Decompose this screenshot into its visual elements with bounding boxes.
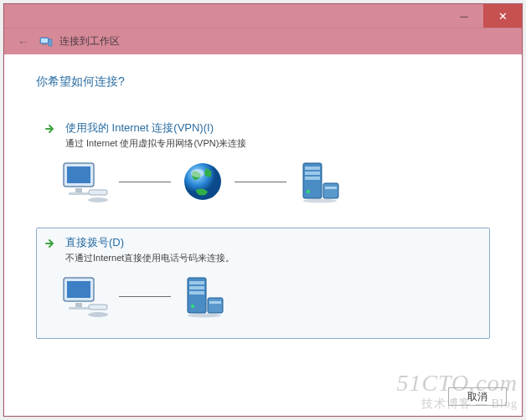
connection-line (119, 182, 171, 182)
svg-rect-2 (42, 44, 47, 45)
wizard-body: 你希望如何连接? 使用我的 Internet 连接(VPN)(I) 通过 Int… (4, 54, 522, 339)
svg-rect-18 (325, 187, 337, 189)
minimize-button[interactable]: ─ (445, 4, 483, 28)
computer-icon (59, 160, 109, 203)
globe-icon (181, 160, 224, 203)
svg-point-25 (88, 312, 108, 317)
svg-point-30 (191, 305, 194, 308)
option-vpn[interactable]: 使用我的 Internet 连接(VPN)(I) 通过 Internet 使用虚… (36, 113, 490, 224)
back-button[interactable]: ← (14, 33, 33, 51)
option-dial[interactable]: 直接拨号(D) 不通过Internet直接使用电话号码来连接。 (36, 228, 490, 339)
svg-point-16 (307, 190, 310, 193)
svg-rect-1 (41, 38, 48, 43)
option-dial-desc: 不通过Internet直接使用电话号码来连接。 (65, 252, 235, 264)
svg-rect-29 (189, 291, 204, 295)
svg-rect-6 (75, 188, 82, 192)
server-icon (181, 274, 228, 318)
svg-rect-5 (67, 166, 90, 183)
workplace-icon (39, 35, 53, 49)
window-title: 连接到工作区 (59, 34, 120, 49)
svg-rect-8 (89, 190, 107, 195)
arrow-right-icon (44, 237, 57, 250)
svg-rect-14 (305, 172, 320, 175)
option-vpn-title: 使用我的 Internet 连接(VPN)(I) (65, 120, 246, 136)
header-bar: ← 连接到工作区 (4, 28, 522, 54)
svg-rect-17 (323, 183, 338, 198)
svg-point-9 (88, 197, 108, 202)
arrow-right-icon (44, 122, 57, 136)
svg-rect-31 (208, 298, 223, 313)
svg-point-19 (303, 199, 337, 203)
cancel-button[interactable]: 取消 (448, 387, 507, 406)
titlebar: ─ ✕ (4, 4, 522, 28)
dial-diagram (44, 264, 482, 331)
svg-rect-23 (69, 307, 89, 310)
svg-rect-32 (209, 301, 221, 304)
svg-rect-24 (89, 305, 107, 310)
svg-point-11 (191, 169, 204, 177)
svg-rect-21 (67, 281, 90, 298)
svg-point-33 (188, 314, 221, 318)
svg-rect-13 (305, 166, 320, 170)
option-dial-title: 直接拨号(D) (65, 235, 235, 250)
footer: 取消 (448, 387, 507, 406)
wizard-window: ─ ✕ ← 连接到工作区 你希望如何连接? 使用我的 Internet 连接(V… (3, 3, 523, 417)
svg-rect-28 (189, 286, 204, 289)
svg-rect-22 (75, 303, 82, 307)
svg-rect-7 (69, 192, 89, 195)
svg-rect-27 (189, 281, 204, 284)
option-vpn-desc: 通过 Internet 使用虚拟专用网络(VPN)来连接 (65, 137, 246, 150)
svg-rect-3 (49, 39, 52, 46)
page-heading: 你希望如何连接? (36, 74, 490, 90)
connection-line (119, 296, 171, 297)
connection-line (235, 182, 286, 182)
server-icon (297, 160, 343, 203)
vpn-diagram (44, 150, 482, 217)
svg-rect-15 (305, 177, 320, 180)
computer-icon (59, 274, 109, 318)
close-button[interactable]: ✕ (483, 4, 522, 28)
